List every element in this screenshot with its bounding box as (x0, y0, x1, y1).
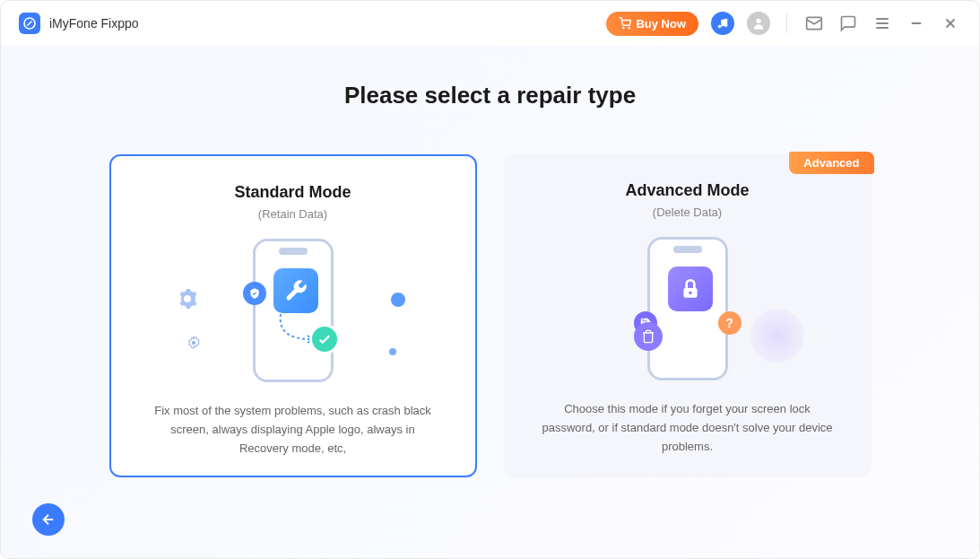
gear-icon (186, 335, 202, 351)
gear-icon (177, 288, 198, 310)
blur-decor (750, 309, 804, 362)
advanced-mode-card[interactable]: Advanced Advanced Mode (Delete Data) ? (504, 154, 872, 477)
advanced-badge: Advanced (789, 152, 873, 174)
back-button[interactable] (32, 503, 65, 536)
svg-point-3 (718, 25, 722, 29)
dot-decor (391, 293, 405, 307)
phone-icon (253, 239, 334, 382)
advanced-mode-subtitle: (Delete Data) (653, 205, 722, 219)
question-icon: ? (718, 311, 742, 335)
page-title: Please select a repair type (55, 82, 925, 109)
standard-mode-subtitle: (Retain Data) (258, 207, 327, 221)
advanced-mode-illustration: ? (607, 237, 768, 380)
svg-point-5 (756, 19, 760, 23)
wrench-icon (273, 268, 318, 313)
advanced-mode-title: Advanced Mode (625, 181, 749, 200)
standard-mode-card[interactable]: Standard Mode (Retain Data) (109, 154, 477, 477)
content-area: Please select a repair type Standard Mod… (1, 46, 979, 558)
phone-icon: ? (647, 237, 728, 380)
buy-now-label: Buy Now (636, 17, 686, 31)
cards-container: Standard Mode (Retain Data) (55, 154, 925, 477)
advanced-mode-description: Choose this mode if you forget your scre… (540, 400, 836, 456)
check-icon (309, 324, 340, 354)
minimize-button[interactable] (906, 13, 927, 34)
dot-decor (389, 348, 396, 355)
svg-point-15 (689, 292, 691, 294)
arrow-left-icon (40, 511, 56, 528)
menu-icon[interactable] (872, 13, 893, 34)
svg-point-1 (623, 28, 624, 29)
titlebar: iMyFone Fixppo Buy Now (1, 1, 979, 46)
feedback-icon[interactable] (837, 13, 859, 34)
avatar-icon[interactable] (747, 12, 770, 35)
svg-point-4 (724, 24, 728, 27)
app-logo-icon (19, 13, 40, 34)
divider (786, 13, 787, 33)
shield-icon (243, 282, 266, 305)
lock-icon (668, 266, 713, 311)
music-icon[interactable] (711, 12, 734, 35)
close-button[interactable] (940, 13, 961, 34)
trash-icon (634, 322, 663, 351)
svg-point-2 (629, 28, 629, 29)
standard-mode-title: Standard Mode (234, 183, 351, 202)
cart-icon (619, 17, 631, 30)
svg-point-13 (191, 341, 195, 345)
app-title: iMyFone Fixppo (49, 16, 139, 31)
standard-mode-illustration (212, 239, 374, 382)
standard-mode-description: Fix most of the system problems, such as… (147, 402, 439, 458)
mail-icon[interactable] (803, 13, 825, 34)
buy-now-button[interactable]: Buy Now (606, 12, 698, 36)
